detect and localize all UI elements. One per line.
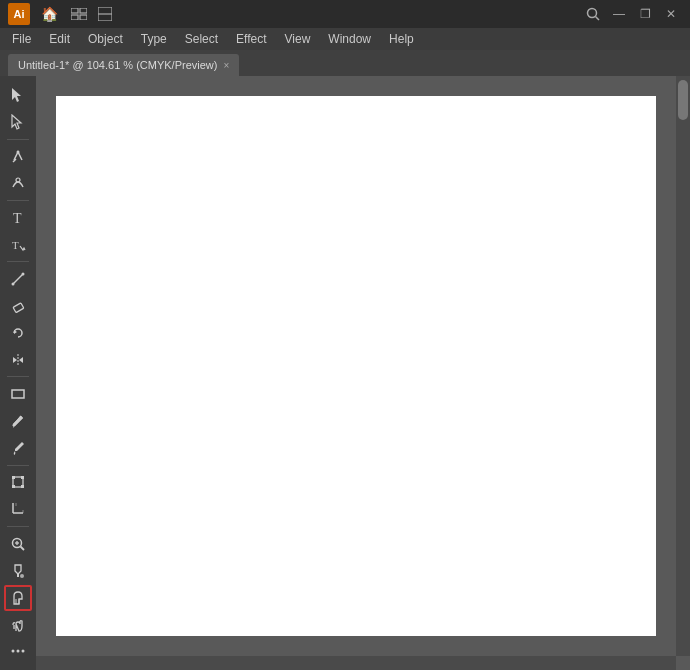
- svg-marker-9: [12, 115, 21, 129]
- svg-point-6: [588, 9, 597, 18]
- zoom-tool-button[interactable]: [4, 531, 32, 557]
- svg-point-16: [12, 283, 15, 286]
- svg-text:T: T: [13, 211, 22, 226]
- ai-logo-icon: Ai: [8, 3, 30, 25]
- svg-point-17: [22, 273, 25, 276]
- vertical-scrollbar[interactable]: [676, 76, 690, 656]
- menu-help[interactable]: Help: [381, 30, 422, 48]
- svg-rect-30: [21, 485, 24, 488]
- svg-marker-21: [13, 357, 17, 363]
- svg-rect-39: [17, 574, 19, 577]
- menu-object[interactable]: Object: [80, 30, 131, 48]
- document-tab[interactable]: Untitled-1* @ 104.61 % (CMYK/Preview) ×: [8, 54, 239, 76]
- toolbar-separator-6: [7, 526, 29, 527]
- pen-tool-button[interactable]: [4, 143, 32, 169]
- svg-line-7: [596, 17, 600, 21]
- crop-tool-button[interactable]: [4, 496, 32, 522]
- pencil-tool-button[interactable]: [4, 408, 32, 434]
- rotate-tool-button[interactable]: [4, 320, 32, 346]
- svg-line-36: [21, 546, 25, 550]
- svg-point-43: [17, 650, 20, 653]
- toolbar-separator-2: [7, 200, 29, 201]
- svg-rect-29: [12, 485, 15, 488]
- menu-select[interactable]: Select: [177, 30, 226, 48]
- workspace-icon-1[interactable]: [68, 3, 90, 25]
- toolbar: T T: [0, 76, 36, 670]
- line-tool-button[interactable]: [4, 266, 32, 292]
- artboard: [56, 96, 656, 636]
- svg-rect-23: [12, 390, 24, 398]
- svg-rect-27: [12, 476, 15, 479]
- tab-bar: Untitled-1* @ 104.61 % (CMYK/Preview) ×: [0, 50, 690, 76]
- menu-type[interactable]: Type: [133, 30, 175, 48]
- type-tool-button[interactable]: T: [4, 205, 32, 231]
- direct-selection-tool-button[interactable]: [4, 109, 32, 135]
- live-paint-bucket-button[interactable]: [4, 558, 32, 584]
- touch-type-tool-button[interactable]: T: [4, 232, 32, 258]
- home-icon[interactable]: 🏠: [38, 3, 60, 25]
- menu-bar: File Edit Object Type Select Effect View…: [0, 28, 690, 50]
- title-bar-left: Ai 🏠: [8, 3, 116, 25]
- shape-tool-button[interactable]: [4, 381, 32, 407]
- title-bar: Ai 🏠: [0, 0, 690, 28]
- mirror-tool-button[interactable]: [4, 347, 32, 373]
- title-bar-right: — ❐ ✕: [582, 3, 682, 25]
- restore-button[interactable]: ❐: [634, 3, 656, 25]
- svg-rect-1: [80, 8, 87, 13]
- menu-file[interactable]: File: [4, 30, 39, 48]
- vertical-scroll-thumb[interactable]: [678, 80, 688, 120]
- workspace-icon-2[interactable]: [94, 3, 116, 25]
- svg-point-40: [20, 574, 24, 578]
- selection-tool-button[interactable]: [4, 82, 32, 108]
- main-area: T T: [0, 76, 690, 670]
- toolbar-separator-5: [7, 465, 29, 466]
- svg-rect-28: [21, 476, 24, 479]
- svg-rect-2: [71, 15, 78, 20]
- canvas-content: [36, 76, 676, 656]
- svg-point-44: [22, 650, 25, 653]
- toolbar-separator-1: [7, 139, 29, 140]
- svg-line-15: [13, 274, 23, 284]
- svg-point-10: [17, 151, 20, 154]
- brush-tool-button[interactable]: [4, 435, 32, 461]
- search-icon[interactable]: [582, 3, 604, 25]
- menu-window[interactable]: Window: [320, 30, 379, 48]
- toolbar-separator-4: [7, 376, 29, 377]
- minimize-button[interactable]: —: [608, 3, 630, 25]
- horizontal-scrollbar[interactable]: [36, 656, 676, 670]
- menu-effect[interactable]: Effect: [228, 30, 274, 48]
- svg-marker-25: [13, 426, 15, 428]
- svg-point-42: [12, 650, 15, 653]
- workspace-icons: [68, 3, 116, 25]
- curvature-tool-button[interactable]: [4, 170, 32, 196]
- close-button[interactable]: ✕: [660, 3, 682, 25]
- more-tools-button[interactable]: [4, 638, 32, 664]
- eraser-tool-button[interactable]: [4, 293, 32, 319]
- tab-close-button[interactable]: ×: [223, 60, 229, 71]
- canvas-area[interactable]: [36, 76, 690, 670]
- menu-view[interactable]: View: [277, 30, 319, 48]
- svg-text:T: T: [12, 239, 19, 251]
- svg-rect-18: [13, 303, 24, 313]
- hand-tool-button[interactable]: [4, 612, 32, 638]
- svg-marker-22: [19, 357, 23, 363]
- tab-title: Untitled-1* @ 104.61 % (CMYK/Preview): [18, 59, 217, 71]
- svg-rect-0: [71, 8, 78, 13]
- svg-marker-8: [12, 88, 21, 102]
- menu-edit[interactable]: Edit: [41, 30, 78, 48]
- toolbar-separator-3: [7, 261, 29, 262]
- touch-warp-tool-button[interactable]: [4, 585, 32, 611]
- svg-rect-3: [80, 15, 87, 20]
- transform-tool-button[interactable]: [4, 470, 32, 496]
